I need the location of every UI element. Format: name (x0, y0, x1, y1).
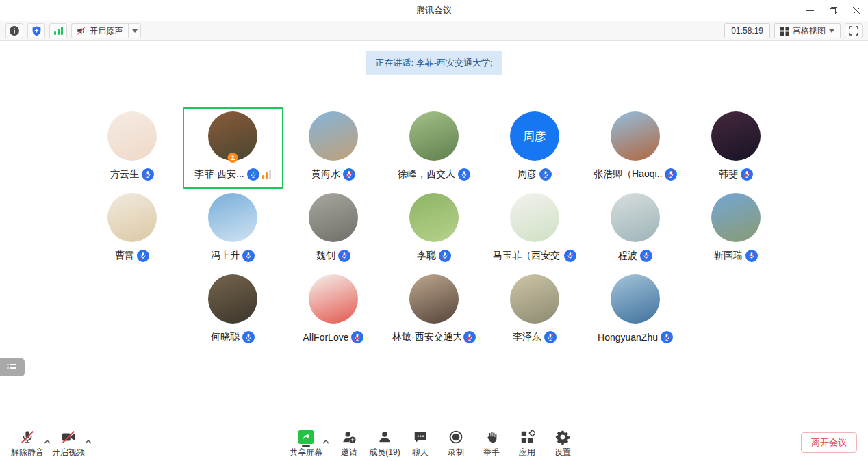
mic-muted-icon[interactable] (564, 250, 576, 262)
participant-name-row: 方云生 (110, 168, 154, 181)
mic-muted-icon[interactable] (539, 168, 552, 181)
minimize-button[interactable] (798, 0, 821, 21)
avatar (711, 111, 761, 161)
participant-row: 何晓聪 AllForLove 林敏-西安交通大... 李泽东 HongyuanZ… (0, 270, 868, 352)
toolbar-button-hand[interactable]: 举手 (476, 427, 507, 458)
participant-tile[interactable]: 李聪 (384, 189, 485, 270)
view-mode-button[interactable]: 宫格视图 (774, 23, 841, 38)
list-panel-toggle[interactable] (0, 358, 25, 376)
mic-speaking-icon[interactable] (247, 168, 259, 181)
participant-tile[interactable]: 李菲-西安... (183, 107, 283, 189)
caret-up-icon[interactable] (44, 427, 51, 447)
toolbar-item-group: 应用 (511, 427, 543, 458)
participant-tile[interactable]: 韩斐 (686, 107, 787, 189)
mic-muted-icon[interactable] (640, 250, 652, 262)
toolbar-button-settings[interactable]: 设置 (547, 427, 578, 458)
participant-tile[interactable]: 曹雷 (82, 189, 183, 270)
window-title: 腾讯会议 (416, 4, 452, 16)
original-sound-toggle[interactable]: 开启原声 (72, 24, 128, 38)
network-quality-icon[interactable] (49, 23, 67, 38)
participant-tile[interactable]: 张浩卿（Haoqi... (585, 107, 686, 189)
participant-name-row: 张浩卿（Haoqi... (593, 168, 677, 181)
close-button[interactable] (845, 0, 868, 21)
participant-tile[interactable]: 黄海水 (283, 107, 384, 189)
toolbar-button-share[interactable]: 共享屏幕 (290, 427, 322, 458)
avatar (208, 111, 257, 161)
toolbar-item-group: 聊天 (405, 427, 436, 458)
avatar-initials: 周彦 (510, 111, 559, 161)
participant-tile[interactable]: 何晓聪 (183, 270, 283, 352)
participant-tile[interactable]: 程波 (585, 189, 686, 270)
mic-muted-icon[interactable] (665, 168, 677, 181)
toolbar-item-group: 举手 (476, 427, 507, 458)
avatar: 周彦 (510, 111, 559, 161)
avatar (510, 274, 559, 324)
bottom-toolbar: 解除静音 开启视频 共享屏幕 邀请 成员(19) 聊天 (0, 424, 868, 461)
toolbar-label: 举手 (483, 447, 500, 458)
participant-row: 曹雷 冯上升 魏钊 李聪 马玉菲（西安交... (0, 189, 868, 270)
mic-muted-icon[interactable] (439, 250, 451, 262)
participant-tile[interactable]: 马玉菲（西安交... (485, 189, 585, 270)
avatar (409, 193, 459, 242)
participant-tile[interactable]: 靳国瑞 (686, 189, 787, 270)
caret-up-icon[interactable] (85, 427, 92, 447)
toolbar-button-invite[interactable]: 邀请 (333, 427, 365, 458)
participant-name-row: 周彦 (518, 168, 552, 181)
mic-muted-icon[interactable] (142, 168, 154, 181)
participant-tile[interactable]: 冯上升 (183, 189, 283, 270)
security-shield-icon[interactable] (27, 23, 45, 38)
mic-muted-icon[interactable] (661, 331, 673, 343)
participant-name-row: 韩斐 (719, 168, 753, 181)
volume-level-icon (262, 170, 271, 179)
mic-muted-icon[interactable] (242, 331, 255, 343)
record-icon (448, 430, 463, 445)
mic-muted-icon[interactable] (544, 331, 557, 343)
toolbar-label: 开启视频 (52, 447, 85, 458)
toolbar-button-cam-slash[interactable]: 开启视频 (52, 427, 85, 458)
participant-name: HongyuanZhu (598, 332, 658, 343)
leave-meeting-button[interactable]: 离开会议 (801, 432, 857, 453)
view-mode-label: 宫格视图 (793, 25, 826, 37)
restore-button[interactable] (821, 0, 845, 21)
participant-tile[interactable]: 徐峰，西交大 (384, 107, 485, 189)
fullscreen-button[interactable] (845, 23, 863, 38)
top-toolbar: 开启原声 01:58:19 宫格视图 (0, 21, 868, 41)
participant-name-row: 魏钊 (316, 250, 350, 262)
toolbar-button-mic-slash[interactable]: 解除静音 (11, 427, 44, 458)
toolbar-button-members[interactable]: 成员(19) (369, 427, 400, 458)
list-icon (7, 363, 18, 371)
avatar (510, 193, 559, 242)
participant-name: 徐峰，西交大 (398, 168, 455, 181)
participant-tile[interactable]: HongyuanZhu (585, 270, 686, 352)
mic-muted-icon[interactable] (137, 250, 149, 262)
mic-muted-icon[interactable] (338, 250, 350, 262)
share-screen-icon (298, 430, 314, 444)
toolbar-button-record[interactable]: 录制 (440, 427, 472, 458)
participant-tile[interactable]: 魏钊 (283, 189, 384, 270)
participant-tile[interactable]: 林敏-西安交通大... (384, 270, 485, 352)
mic-muted-icon[interactable] (343, 168, 355, 181)
mic-muted-icon[interactable] (458, 168, 470, 181)
mic-slash-icon (20, 430, 35, 445)
mic-muted-icon[interactable] (463, 331, 476, 343)
caret-up-icon[interactable] (322, 427, 329, 447)
participant-name-row: 李泽东 (513, 331, 557, 343)
original-sound-icon (76, 26, 86, 36)
mic-muted-icon[interactable] (242, 250, 255, 262)
mic-muted-icon[interactable] (351, 331, 363, 343)
participant-name-row: AllForLove (303, 331, 364, 343)
participant-name-row: HongyuanZhu (598, 331, 673, 343)
participant-tile[interactable]: 周彦 周彦 (485, 107, 585, 189)
meeting-info-icon[interactable] (5, 23, 23, 38)
original-sound-dropdown[interactable] (128, 24, 140, 38)
participant-tile[interactable]: 李泽东 (485, 270, 585, 352)
mic-muted-icon[interactable] (745, 250, 758, 262)
participant-tile[interactable]: 方云生 (82, 107, 183, 189)
mic-muted-icon[interactable] (741, 168, 753, 181)
avatar (611, 274, 660, 324)
participant-name: 魏钊 (316, 250, 335, 262)
toolbar-button-apps[interactable]: 应用 (511, 427, 543, 458)
toolbar-button-chat[interactable]: 聊天 (405, 427, 436, 458)
avatar (309, 193, 358, 242)
participant-tile[interactable]: AllForLove (283, 270, 384, 352)
